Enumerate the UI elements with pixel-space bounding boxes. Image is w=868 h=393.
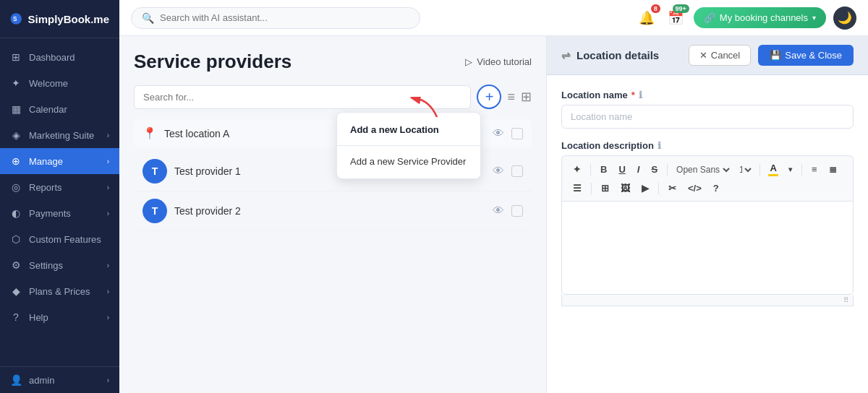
align-button[interactable]: ☰ [569, 181, 585, 195]
left-panel: Service providers ▷ Video tutorial + ≡ ⊞ [119, 36, 546, 393]
panel-title-text: Location details [576, 49, 659, 61]
theme-toggle-button[interactable]: 🌙 [833, 7, 856, 30]
scissors-button[interactable]: ✂ [665, 181, 680, 195]
video-tutorial-button[interactable]: ▷ Video tutorial [465, 56, 532, 67]
admin-icon: 👤 [10, 374, 22, 386]
logo-icon: S [10, 9, 22, 29]
description-label-text: Location description [561, 140, 654, 151]
right-panel: ⇌ Location details ✕ Cancel 💾 Save & Clo… [546, 36, 868, 393]
toolbar-separator [760, 164, 760, 176]
sidebar-item-welcome[interactable]: ✦ Welcome [0, 70, 119, 96]
booking-channels-button[interactable]: 🔗 My booking channels ▾ [694, 7, 826, 28]
notification-button[interactable]: 🔔 8 [636, 7, 658, 29]
visibility-toggle-icon[interactable]: 👁 [493, 165, 504, 178]
location-name-label-text: Location name [561, 90, 628, 100]
add-location-option[interactable]: Add a new Location [337, 117, 480, 142]
play-icon: ▷ [465, 56, 472, 67]
location-name-input[interactable] [561, 105, 854, 129]
add-button[interactable]: + [477, 85, 501, 109]
chevron-right-icon: › [107, 183, 109, 191]
underline-button[interactable]: U [615, 163, 629, 176]
cancel-button[interactable]: ✕ Cancel [689, 45, 751, 66]
location-checkbox[interactable] [511, 128, 523, 139]
dropdown-arrow-icon[interactable]: ▾ [785, 164, 796, 175]
logo-text: SimplyBook.me [27, 13, 109, 25]
font-family-select[interactable]: Open Sans [673, 164, 732, 176]
sidebar-item-payments[interactable]: ◐ Payments › [0, 200, 119, 226]
help-icon: ? [10, 311, 22, 323]
ordered-list-button[interactable]: ≣ [825, 163, 841, 176]
location-description-field: Location description ℹ ✦ B U I S [561, 140, 854, 306]
link-icon: 🔗 [704, 12, 715, 23]
cancel-label: Cancel [711, 50, 740, 61]
sidebar-item-admin[interactable]: 👤 admin › [0, 366, 119, 393]
add-provider-option[interactable]: Add a new Service Provider [337, 149, 480, 174]
provider-name: Test provider 2 [174, 205, 485, 217]
toolbar-separator [590, 164, 591, 176]
editor-footer: ⠿ [561, 295, 854, 306]
panel-title: ⇌ Location details [561, 49, 659, 62]
list-view-icon[interactable]: ≡ [507, 90, 515, 105]
sidebar-item-plans[interactable]: ◆ Plans & Prices › [0, 278, 119, 304]
resize-handle-icon: ⠿ [843, 296, 848, 304]
code-button[interactable]: </> [684, 181, 705, 195]
toolbar-separator [591, 183, 592, 194]
sidebar-item-label: Marketing Suite [29, 130, 100, 141]
bullet-list-button[interactable]: ≡ [808, 163, 821, 176]
italic-button[interactable]: I [634, 163, 644, 176]
embed-button[interactable]: ▶ [638, 181, 652, 195]
notification-badge: 8 [651, 4, 660, 13]
image-button[interactable]: 🖼 [617, 181, 634, 195]
svg-text:S: S [13, 16, 17, 22]
plans-icon: ◆ [10, 285, 22, 297]
sidebar-item-label: Manage [29, 156, 100, 167]
settings-icon: ⚙ [10, 259, 22, 271]
save-label: Save & Close [785, 50, 842, 61]
sidebar-item-calendar[interactable]: ▦ Calendar [0, 96, 119, 122]
provider-checkbox[interactable] [511, 205, 523, 217]
grid-view-icon[interactable]: ⊞ [521, 89, 532, 105]
chevron-right-icon: › [107, 262, 109, 269]
visibility-toggle-icon[interactable]: 👁 [493, 204, 504, 217]
sidebar-item-label: Help [29, 312, 100, 323]
color-bar [768, 174, 778, 176]
help-button[interactable]: ? [710, 181, 723, 195]
location-name-field: Location name * ℹ [561, 90, 854, 129]
sidebar-item-reports[interactable]: ◎ Reports › [0, 174, 119, 200]
sidebar-item-marketing[interactable]: ◈ Marketing Suite › [0, 122, 119, 148]
provider-checkbox[interactable] [511, 165, 523, 177]
page-title: Service providers [134, 51, 292, 73]
sidebar-item-dashboard[interactable]: ⊞ Dashboard [0, 44, 119, 70]
save-close-button[interactable]: 💾 Save & Close [758, 45, 854, 66]
toolbar-separator [658, 183, 659, 194]
sidebar-item-help[interactable]: ? Help › [0, 304, 119, 330]
booking-btn-label: My booking channels [720, 12, 808, 23]
info-icon: ℹ [658, 140, 661, 151]
table-button[interactable]: ⊞ [597, 181, 613, 195]
search-input[interactable] [160, 12, 348, 23]
editor-body[interactable] [561, 201, 854, 295]
bold-button[interactable]: B [597, 163, 610, 176]
calendar-button[interactable]: 📅 99+ [665, 7, 686, 29]
search-box: 🔍 [131, 7, 420, 29]
visibility-toggle-icon[interactable]: 👁 [493, 127, 504, 140]
font-size-select[interactable]: 14 [736, 164, 754, 176]
save-icon: 💾 [770, 50, 781, 61]
sidebar-item-settings[interactable]: ⚙ Settings › [0, 252, 119, 278]
dropdown-divider [337, 145, 480, 146]
chevron-right-icon: › [107, 288, 109, 295]
content-area: Service providers ▷ Video tutorial + ≡ ⊞ [119, 36, 868, 393]
location-description-label: Location description ℹ [561, 140, 854, 151]
calendar-badge: 99+ [673, 4, 689, 13]
sidebar-item-manage[interactable]: ⊕ Manage › [0, 148, 119, 174]
text-color-button[interactable]: A [766, 162, 780, 177]
sidebar-item-custom-features[interactable]: ⬡ Custom Features [0, 226, 119, 252]
strikethrough-button[interactable]: S [647, 163, 661, 176]
sidebar-item-label: Calendar [29, 104, 109, 115]
manage-icon: ⊕ [10, 155, 22, 167]
panel-actions: ✕ Cancel 💾 Save & Close [689, 45, 854, 66]
topbar-search-area: 🔍 [131, 7, 420, 29]
chevron-right-icon: › [107, 376, 109, 384]
magic-format-button[interactable]: ✦ [569, 163, 584, 176]
welcome-icon: ✦ [10, 77, 22, 89]
